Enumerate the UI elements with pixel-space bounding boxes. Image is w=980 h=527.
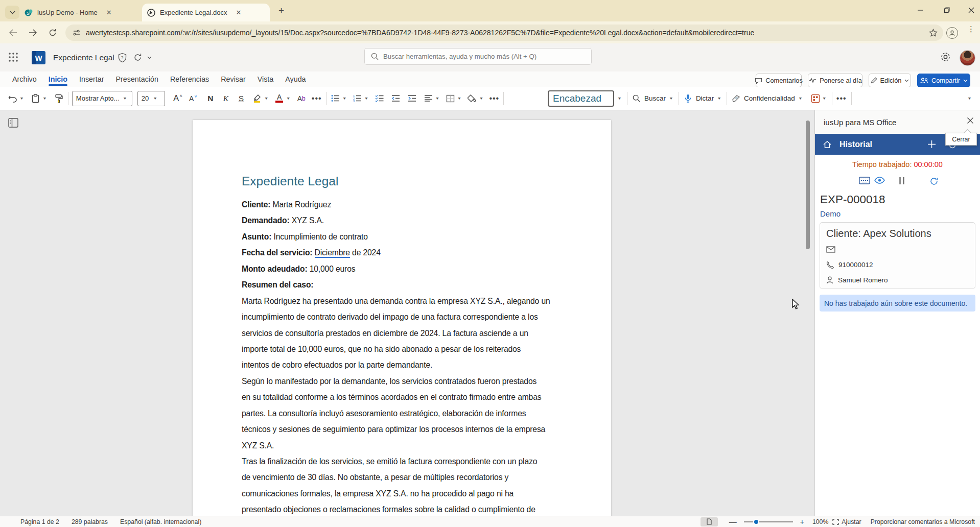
minimize-button[interactable] bbox=[917, 0, 923, 20]
autosave-sync-icon[interactable] bbox=[133, 53, 143, 62]
new-tab-button[interactable]: + bbox=[278, 6, 284, 15]
text-effects-icon[interactable]: Ab bbox=[296, 91, 307, 106]
document-status-icon[interactable]: ? bbox=[118, 53, 127, 63]
dictate-icon[interactable] bbox=[683, 91, 694, 106]
zoom-in-icon[interactable]: + bbox=[800, 518, 804, 526]
sensitivity-icon[interactable] bbox=[731, 91, 742, 106]
styles-gallery[interactable]: Encabezad bbox=[548, 90, 614, 107]
fit-icon[interactable] bbox=[832, 519, 839, 525]
chevron-down-icon[interactable]: ▼ bbox=[822, 97, 827, 101]
search-input[interactable] bbox=[383, 53, 577, 60]
document-scrollbar[interactable] bbox=[806, 121, 810, 249]
zoom-slider[interactable] bbox=[744, 521, 793, 522]
tab-close-icon[interactable]: ✕ bbox=[106, 9, 112, 16]
decrease-indent-icon[interactable] bbox=[390, 91, 402, 106]
underline-icon[interactable]: S bbox=[236, 91, 247, 106]
chevron-down-icon[interactable]: ▼ bbox=[342, 97, 347, 101]
ribbon-tab[interactable]: Presentación bbox=[116, 71, 158, 87]
undo-icon[interactable] bbox=[7, 91, 18, 106]
checklist-icon[interactable] bbox=[374, 91, 385, 106]
zoom-slider-handle[interactable] bbox=[753, 519, 759, 525]
keyboard-icon[interactable] bbox=[859, 177, 870, 184]
chevron-down-icon[interactable]: ▼ bbox=[457, 97, 461, 101]
chevron-down-icon[interactable]: ▼ bbox=[717, 97, 721, 101]
user-avatar[interactable] bbox=[960, 50, 975, 66]
browser-tab-home[interactable]: S iusUp Demo - Home ✕ bbox=[19, 4, 138, 21]
chevron-down-icon[interactable]: ▼ bbox=[364, 97, 369, 101]
font-size-select[interactable]: 20▼ bbox=[137, 91, 165, 106]
format-painter-icon[interactable] bbox=[53, 91, 64, 106]
italic-icon[interactable]: K bbox=[220, 91, 231, 106]
pause-icon[interactable] bbox=[899, 177, 905, 185]
site-info-icon[interactable] bbox=[73, 29, 81, 36]
browser-menu-icon[interactable]: ⋮ bbox=[967, 27, 969, 31]
ribbon-tab[interactable]: Referencias bbox=[170, 71, 209, 87]
chevron-down-icon[interactable]: ▼ bbox=[617, 97, 622, 101]
page-view-button[interactable] bbox=[701, 517, 718, 526]
ribbon-tab[interactable]: Vista bbox=[258, 71, 274, 87]
browser-profile-icon[interactable] bbox=[946, 27, 958, 39]
align-icon[interactable] bbox=[423, 91, 434, 106]
numbered-list-icon[interactable]: 123 bbox=[352, 91, 363, 106]
ribbon-tab[interactable]: Archivo bbox=[12, 71, 37, 87]
forward-icon[interactable] bbox=[29, 29, 37, 36]
reset-timer-icon[interactable] bbox=[929, 177, 939, 186]
nav-label[interactable]: Historial bbox=[839, 140, 872, 149]
home-icon[interactable] bbox=[823, 140, 832, 149]
shrink-font-icon[interactable]: A˅ bbox=[188, 91, 199, 106]
back-icon[interactable] bbox=[9, 29, 17, 36]
tab-close-icon[interactable]: ✕ bbox=[236, 9, 242, 16]
reload-icon[interactable] bbox=[49, 29, 57, 37]
word-logo-icon[interactable]: W bbox=[32, 51, 45, 64]
sensitivity-label[interactable]: Confidencialidad bbox=[744, 94, 795, 102]
paste-icon[interactable] bbox=[30, 91, 41, 106]
expediente-demo-link[interactable]: Demo bbox=[820, 209, 841, 218]
addins-icon[interactable] bbox=[810, 91, 821, 106]
find-label[interactable]: Buscar bbox=[644, 94, 666, 102]
browser-tab-document[interactable]: Expediente Legal.docx ✕ bbox=[142, 4, 270, 21]
nav-pane-toggle-icon[interactable] bbox=[8, 118, 18, 128]
grow-font-icon[interactable]: A˄ bbox=[172, 91, 183, 106]
office-search-box[interactable] bbox=[364, 48, 592, 65]
ribbon-tab[interactable]: Insertar bbox=[79, 71, 104, 87]
page-count[interactable]: Página 1 de 2 bbox=[20, 518, 59, 525]
address-bar[interactable]: awertytestcsp.sharepoint.com/:w:/r/sites… bbox=[65, 25, 943, 41]
chevron-down-icon[interactable]: ▼ bbox=[435, 97, 440, 101]
more-font-options-icon[interactable]: ••• bbox=[311, 91, 322, 106]
chevron-down-icon[interactable]: ▼ bbox=[286, 97, 291, 101]
eye-icon[interactable] bbox=[874, 177, 885, 184]
bullet-list-icon[interactable] bbox=[330, 91, 341, 106]
ribbon-tab[interactable]: Inicio bbox=[49, 71, 67, 87]
more-paragraph-options-icon[interactable]: ••• bbox=[488, 91, 500, 106]
borders-icon[interactable] bbox=[445, 91, 456, 106]
close-window-button[interactable] bbox=[968, 0, 974, 20]
settings-gear-icon[interactable] bbox=[940, 52, 951, 62]
word-count[interactable]: 289 palabras bbox=[72, 518, 108, 525]
ribbon-tab[interactable]: Revisar bbox=[221, 71, 245, 87]
editing-mode-button[interactable]: Edición bbox=[869, 74, 911, 87]
zoom-level[interactable]: 100% bbox=[812, 518, 828, 525]
chevron-down-icon[interactable]: ▼ bbox=[669, 97, 673, 101]
document-title[interactable]: Expediente Legal bbox=[53, 53, 114, 62]
find-icon[interactable] bbox=[631, 91, 642, 106]
document-page[interactable]: Expediente Legal Cliente: Marta Rodrígue… bbox=[193, 120, 611, 526]
font-color-icon[interactable]: A bbox=[274, 91, 285, 106]
maximize-button[interactable] bbox=[944, 0, 950, 20]
chevron-down-icon[interactable]: ▼ bbox=[479, 97, 483, 101]
chevron-down-icon[interactable]: ▼ bbox=[264, 97, 269, 101]
font-name-select[interactable]: Mostrar Apto...▼ bbox=[72, 91, 132, 106]
chevron-down-icon[interactable] bbox=[147, 56, 152, 59]
catch-up-button[interactable]: Ponerse al día bbox=[808, 74, 862, 87]
collapse-ribbon-icon[interactable]: ▼ bbox=[967, 97, 972, 101]
dictate-label[interactable]: Dictar bbox=[696, 94, 714, 102]
highlight-icon[interactable] bbox=[252, 91, 263, 106]
language[interactable]: Español (alfab. internacional) bbox=[120, 518, 201, 525]
add-entry-icon[interactable] bbox=[927, 140, 936, 149]
close-panel-icon[interactable] bbox=[967, 117, 974, 124]
share-button[interactable]: Compartir bbox=[917, 74, 970, 87]
comments-button[interactable]: Comentarios bbox=[756, 74, 802, 87]
more-commands-icon[interactable]: ••• bbox=[836, 91, 847, 106]
chevron-down-icon[interactable]: ▼ bbox=[19, 97, 24, 101]
tab-search-button[interactable] bbox=[5, 6, 19, 19]
shading-icon[interactable] bbox=[466, 91, 478, 106]
